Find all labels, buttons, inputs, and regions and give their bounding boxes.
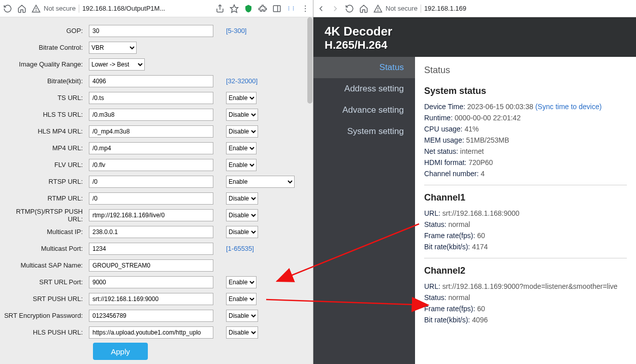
reload-icon[interactable]: [3, 4, 12, 13]
image-quality-range-label: Image Quality Range:: [0, 60, 89, 68]
hls-push-url-input[interactable]: [89, 326, 213, 339]
cpu-usage-value: 41%: [464, 125, 479, 133]
channel-number-label: Channel number:: [424, 170, 479, 178]
share-icon[interactable]: [215, 4, 225, 13]
srt-encryption-password-enable-select[interactable]: Disable: [226, 310, 258, 322]
not-secure-label: Not secure: [44, 5, 76, 12]
decoder-header: 4K Decoder H.265/H.264: [313, 17, 636, 57]
hls-ts-url-label: HLS TS URL:: [0, 111, 89, 118]
gop-input[interactable]: [89, 25, 213, 37]
apply-button[interactable]: Apply: [93, 343, 148, 360]
system-status-title: System status: [424, 86, 627, 96]
divider: [424, 185, 627, 185]
channel1-url-label: URL:: [424, 209, 440, 217]
sidebar-item-system-setting[interactable]: System setting: [313, 121, 415, 142]
channel2-url-value: srt://192.168.1.169:9000?mode=listener&s…: [442, 282, 618, 290]
gop-label: GOP:: [0, 27, 89, 35]
panel-icon[interactable]: [272, 4, 281, 13]
forward-icon[interactable]: [331, 4, 340, 13]
home-icon[interactable]: [17, 4, 26, 13]
back-icon[interactable]: [316, 4, 326, 13]
sidebar-item-status[interactable]: Status: [313, 57, 415, 78]
image-quality-range-select[interactable]: Lower -> Best: [89, 58, 145, 71]
srt-url-port-enable-select[interactable]: Enable: [226, 276, 257, 288]
home-icon[interactable]: [359, 4, 368, 13]
hls-push-url-label: HLS PUSH URL:: [0, 328, 89, 336]
hls-push-url-enable-select[interactable]: Disable: [226, 326, 258, 339]
sidebar-item-advance-setting[interactable]: Advance setting: [313, 100, 415, 121]
hls-mp4-url-input[interactable]: [89, 125, 213, 138]
svg-rect-4: [273, 6, 280, 12]
srt-push-url-input[interactable]: [89, 293, 213, 305]
right-browser-toolbar: Not secure 192.168.1.169: [313, 0, 636, 17]
srt-push-url-enable-select[interactable]: Enable: [226, 293, 257, 305]
warning-icon: [31, 4, 41, 13]
rtsp-url-input[interactable]: [89, 176, 213, 188]
left-address-bar[interactable]: Not secure 192.168.1.168/OutputP1M...: [31, 4, 210, 13]
shield-icon[interactable]: [244, 4, 253, 13]
rtmp-rtsp-push-url-enable-select[interactable]: Disable: [226, 209, 258, 221]
rtmp-url-enable-select[interactable]: Disable: [226, 192, 258, 205]
multicast-ip-enable-select[interactable]: Disable: [226, 226, 258, 238]
breadcrumb: Status: [424, 65, 627, 76]
left-browser-window: Not secure 192.168.1.168/OutputP1M... ⋮⋮…: [0, 0, 313, 364]
channel2-url-label: URL:: [424, 282, 440, 290]
url-text: 192.168.1.168/OutputP1M...: [82, 5, 165, 12]
multicast-port-label: Multicast Port:: [0, 245, 89, 252]
bitrate-kbit-label: Bitrate(kbit):: [0, 77, 89, 85]
right-address-bar[interactable]: Not secure 192.168.1.169: [373, 4, 633, 13]
bitrate-control-select[interactable]: VBR: [89, 42, 137, 54]
multicast-port-input[interactable]: [89, 243, 213, 255]
ts-url-input[interactable]: [89, 92, 213, 104]
sidebar-item-address-setting[interactable]: Address setting: [313, 78, 415, 100]
multicast-ip-input[interactable]: [89, 226, 213, 238]
rtsp-url-enable-select[interactable]: Enable: [226, 176, 295, 188]
bitrate-kbit-hint: [32-32000]: [226, 77, 258, 85]
net-status-label: Net status:: [424, 147, 458, 155]
mem-usage-value: 51MB/253MB: [466, 136, 509, 144]
ts-url-enable-select[interactable]: Enable: [226, 92, 257, 104]
channel1-status-value: normal: [448, 220, 470, 228]
sync-time-link[interactable]: (Sync time to device): [535, 103, 602, 111]
flv-url-label: FLV URL:: [0, 161, 89, 169]
channel1-fps-label: Frame rate(fps):: [424, 231, 475, 240]
decoder-title-2: H.265/H.264: [325, 39, 625, 52]
reload-icon[interactable]: [345, 4, 354, 13]
hls-ts-url-enable-select[interactable]: Disable: [226, 109, 258, 121]
encoder-form: GOP:[5-300] Bitrate Control:VBR Image Qu…: [0, 17, 313, 364]
separator: [421, 5, 421, 13]
hls-ts-url-input[interactable]: [89, 109, 213, 121]
device-time-value: 2023-06-15 00:03:38: [467, 103, 533, 111]
rtmp-url-input[interactable]: [89, 192, 213, 205]
star-icon[interactable]: [230, 4, 239, 13]
mp4-url-enable-select[interactable]: Enable: [226, 142, 257, 154]
extensions-icon[interactable]: [258, 4, 267, 13]
channel1-url-value: srt://192.168.1.168:9000: [442, 209, 520, 217]
warning-icon: [373, 4, 383, 13]
multicast-ip-label: Multicast IP:: [0, 228, 89, 236]
hls-mp4-url-enable-select[interactable]: Disable: [226, 125, 258, 138]
srt-url-port-label: SRT URL Port:: [0, 278, 89, 286]
bitrate-kbit-input[interactable]: [89, 75, 213, 87]
channel2-bitrate-label: Bit rate(kbit/s):: [424, 316, 470, 324]
extension-badge-icon[interactable]: ⋮⋮: [287, 4, 296, 13]
mp4-url-input[interactable]: [89, 142, 213, 154]
multicast-sap-name-input[interactable]: [89, 259, 213, 272]
svg-point-10: [378, 10, 378, 11]
svg-point-7: [305, 8, 306, 9]
flv-url-input[interactable]: [89, 159, 213, 171]
net-status-value: internet: [460, 147, 484, 155]
flv-url-enable-select[interactable]: Enable: [226, 159, 257, 171]
rtmp-rtsp-push-url-label: RTMP(S)/RTSP PUSH URL:: [0, 208, 89, 223]
not-secure-label: Not secure: [386, 5, 418, 12]
menu-icon[interactable]: [301, 4, 310, 13]
srt-encryption-password-input[interactable]: [89, 310, 213, 322]
srt-url-port-input[interactable]: [89, 276, 213, 288]
url-text: 192.168.1.169: [424, 5, 466, 12]
hls-mp4-url-label: HLS MP4 URL:: [0, 127, 89, 135]
vertical-scrollbar[interactable]: [306, 17, 313, 236]
scrollbar-thumb[interactable]: [307, 17, 312, 104]
channel2-title: Channel2: [424, 266, 627, 276]
rtmp-rtsp-push-url-input[interactable]: [89, 209, 213, 221]
cpu-usage-label: CPU usage:: [424, 125, 462, 133]
